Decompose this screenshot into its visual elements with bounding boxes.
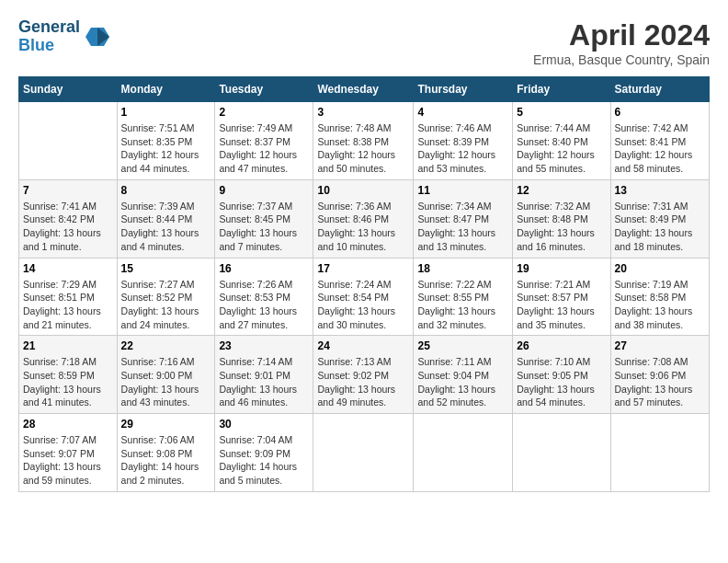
day-number: 5 [517, 106, 606, 119]
calendar-cell [313, 414, 414, 492]
day-info: Sunrise: 7:18 AM Sunset: 8:59 PM Dayligh… [23, 355, 113, 409]
calendar-cell: 16Sunrise: 7:26 AM Sunset: 8:53 PM Dayli… [215, 258, 313, 336]
day-number: 6 [615, 106, 705, 119]
calendar-cell: 29Sunrise: 7:06 AM Sunset: 9:08 PM Dayli… [117, 414, 215, 492]
day-number: 13 [615, 184, 705, 197]
calendar-cell: 25Sunrise: 7:11 AM Sunset: 9:04 PM Dayli… [414, 336, 513, 414]
day-info: Sunrise: 7:24 AM Sunset: 8:54 PM Dayligh… [317, 278, 409, 332]
logo-line1: General [18, 17, 80, 36]
calendar-cell [19, 102, 118, 180]
day-number: 8 [121, 184, 211, 197]
day-number: 7 [23, 184, 113, 197]
logo-line2: Blue [18, 36, 54, 54]
calendar-cell: 24Sunrise: 7:13 AM Sunset: 9:02 PM Dayli… [313, 336, 414, 414]
calendar-cell: 8Sunrise: 7:39 AM Sunset: 8:44 PM Daylig… [117, 179, 215, 258]
day-info: Sunrise: 7:51 AM Sunset: 8:35 PM Dayligh… [121, 121, 211, 176]
day-info: Sunrise: 7:19 AM Sunset: 8:58 PM Dayligh… [615, 278, 705, 332]
calendar-cell [513, 414, 610, 492]
day-info: Sunrise: 7:34 AM Sunset: 8:47 PM Dayligh… [417, 200, 508, 254]
calendar-cell: 19Sunrise: 7:21 AM Sunset: 8:57 PM Dayli… [513, 258, 610, 336]
calendar-cell: 7Sunrise: 7:41 AM Sunset: 8:42 PM Daylig… [19, 179, 118, 258]
day-number: 26 [517, 339, 606, 352]
day-number: 4 [417, 106, 508, 119]
calendar-cell: 5Sunrise: 7:44 AM Sunset: 8:40 PM Daylig… [513, 102, 610, 180]
day-number: 21 [23, 339, 113, 352]
week-row-5: 28Sunrise: 7:07 AM Sunset: 9:07 PM Dayli… [19, 414, 710, 492]
location: Ermua, Basque Country, Spain [533, 52, 710, 67]
calendar-cell: 18Sunrise: 7:22 AM Sunset: 8:55 PM Dayli… [414, 258, 513, 336]
calendar-cell: 9Sunrise: 7:37 AM Sunset: 8:45 PM Daylig… [215, 179, 313, 258]
col-header-sunday: Sunday [19, 77, 118, 102]
day-info: Sunrise: 7:10 AM Sunset: 9:05 PM Dayligh… [517, 355, 606, 409]
day-number: 3 [317, 106, 409, 119]
day-info: Sunrise: 7:14 AM Sunset: 9:01 PM Dayligh… [219, 355, 309, 409]
day-info: Sunrise: 7:49 AM Sunset: 8:37 PM Dayligh… [219, 121, 309, 176]
day-number: 19 [517, 262, 606, 275]
calendar-cell: 27Sunrise: 7:08 AM Sunset: 9:06 PM Dayli… [610, 336, 709, 414]
day-info: Sunrise: 7:36 AM Sunset: 8:46 PM Dayligh… [317, 200, 409, 254]
day-info: Sunrise: 7:27 AM Sunset: 8:52 PM Dayligh… [121, 278, 211, 332]
calendar-cell: 6Sunrise: 7:42 AM Sunset: 8:41 PM Daylig… [610, 102, 709, 180]
col-header-saturday: Saturday [610, 77, 709, 102]
calendar-cell: 20Sunrise: 7:19 AM Sunset: 8:58 PM Dayli… [610, 258, 709, 336]
day-number: 12 [517, 184, 606, 197]
day-number: 23 [219, 339, 309, 352]
day-number: 2 [219, 106, 309, 119]
calendar-cell [414, 414, 513, 492]
day-info: Sunrise: 7:42 AM Sunset: 8:41 PM Dayligh… [615, 121, 705, 176]
day-info: Sunrise: 7:22 AM Sunset: 8:55 PM Dayligh… [417, 278, 508, 332]
calendar-cell: 22Sunrise: 7:16 AM Sunset: 9:00 PM Dayli… [117, 336, 215, 414]
day-number: 15 [121, 262, 211, 275]
day-info: Sunrise: 7:26 AM Sunset: 8:53 PM Dayligh… [219, 278, 309, 332]
day-number: 16 [219, 262, 309, 275]
calendar-cell: 12Sunrise: 7:32 AM Sunset: 8:48 PM Dayli… [513, 179, 610, 258]
day-number: 17 [317, 262, 409, 275]
day-number: 29 [121, 418, 211, 431]
calendar-cell: 21Sunrise: 7:18 AM Sunset: 8:59 PM Dayli… [19, 336, 118, 414]
day-info: Sunrise: 7:07 AM Sunset: 9:07 PM Dayligh… [23, 433, 113, 488]
week-row-3: 14Sunrise: 7:29 AM Sunset: 8:51 PM Dayli… [19, 258, 710, 336]
day-info: Sunrise: 7:13 AM Sunset: 9:02 PM Dayligh… [317, 355, 409, 409]
day-number: 20 [615, 262, 705, 275]
col-header-wednesday: Wednesday [313, 77, 414, 102]
day-info: Sunrise: 7:41 AM Sunset: 8:42 PM Dayligh… [23, 200, 113, 254]
day-info: Sunrise: 7:08 AM Sunset: 9:06 PM Dayligh… [615, 355, 705, 409]
calendar-cell: 1Sunrise: 7:51 AM Sunset: 8:35 PM Daylig… [117, 102, 215, 180]
day-info: Sunrise: 7:29 AM Sunset: 8:51 PM Dayligh… [23, 278, 113, 332]
day-number: 14 [23, 262, 113, 275]
calendar-cell: 3Sunrise: 7:48 AM Sunset: 8:38 PM Daylig… [313, 102, 414, 180]
day-info: Sunrise: 7:11 AM Sunset: 9:04 PM Dayligh… [417, 355, 508, 409]
calendar-cell: 10Sunrise: 7:36 AM Sunset: 8:46 PM Dayli… [313, 179, 414, 258]
logo-icon [84, 23, 111, 51]
day-number: 1 [121, 106, 211, 119]
day-info: Sunrise: 7:06 AM Sunset: 9:08 PM Dayligh… [121, 433, 211, 488]
col-header-friday: Friday [513, 77, 610, 102]
day-info: Sunrise: 7:16 AM Sunset: 9:00 PM Dayligh… [121, 355, 211, 409]
calendar-header-row: SundayMondayTuesdayWednesdayThursdayFrid… [19, 77, 710, 102]
month-year: April 2024 [533, 18, 710, 52]
day-number: 30 [219, 418, 309, 431]
calendar-cell: 23Sunrise: 7:14 AM Sunset: 9:01 PM Dayli… [215, 336, 313, 414]
day-number: 27 [615, 339, 705, 352]
day-info: Sunrise: 7:32 AM Sunset: 8:48 PM Dayligh… [517, 200, 606, 254]
day-number: 10 [317, 184, 409, 197]
calendar-cell: 13Sunrise: 7:31 AM Sunset: 8:49 PM Dayli… [610, 179, 709, 258]
col-header-monday: Monday [117, 77, 215, 102]
page-header: General Blue April 2024 Ermua, Basque Co… [18, 18, 710, 67]
day-number: 22 [121, 339, 211, 352]
day-info: Sunrise: 7:04 AM Sunset: 9:09 PM Dayligh… [219, 433, 309, 488]
day-number: 24 [317, 339, 409, 352]
calendar-cell: 14Sunrise: 7:29 AM Sunset: 8:51 PM Dayli… [19, 258, 118, 336]
day-number: 28 [23, 418, 113, 431]
day-number: 18 [417, 262, 508, 275]
calendar-cell: 11Sunrise: 7:34 AM Sunset: 8:47 PM Dayli… [414, 179, 513, 258]
calendar-table: SundayMondayTuesdayWednesdayThursdayFrid… [18, 76, 710, 492]
day-info: Sunrise: 7:31 AM Sunset: 8:49 PM Dayligh… [615, 200, 705, 254]
calendar-cell [610, 414, 709, 492]
day-number: 9 [219, 184, 309, 197]
day-info: Sunrise: 7:37 AM Sunset: 8:45 PM Dayligh… [219, 200, 309, 254]
calendar-cell: 30Sunrise: 7:04 AM Sunset: 9:09 PM Dayli… [215, 414, 313, 492]
week-row-2: 7Sunrise: 7:41 AM Sunset: 8:42 PM Daylig… [19, 179, 710, 258]
calendar-cell: 15Sunrise: 7:27 AM Sunset: 8:52 PM Dayli… [117, 258, 215, 336]
calendar-cell: 28Sunrise: 7:07 AM Sunset: 9:07 PM Dayli… [19, 414, 118, 492]
